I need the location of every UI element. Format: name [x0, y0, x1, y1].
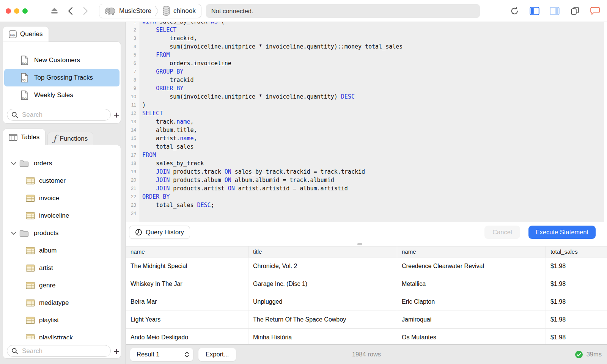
- table-grid-icon: [26, 299, 35, 307]
- line-number: 14: [126, 126, 140, 134]
- forward-button[interactable]: [80, 6, 91, 16]
- code-line: 18 sales_by_track: [126, 159, 604, 168]
- tree-table-item[interactable]: customer: [3, 172, 121, 190]
- tab-overview-button[interactable]: [569, 6, 580, 16]
- tree-table-item[interactable]: playlist: [3, 312, 121, 329]
- search-icon: [11, 111, 18, 118]
- table-item-label: invoice: [39, 195, 59, 202]
- tree-folder-row[interactable]: products: [3, 224, 121, 242]
- export-button[interactable]: Export...: [198, 348, 236, 361]
- tree-table-item[interactable]: mediatype: [3, 294, 121, 312]
- result-cell[interactable]: The Return Of The Space Cowboy: [248, 311, 397, 328]
- table-row[interactable]: Light YearsThe Return Of The Space Cowbo…: [126, 311, 607, 329]
- line-number: 20: [126, 176, 140, 184]
- code-text: trackid,: [140, 34, 197, 42]
- result-cell[interactable]: $1.98: [546, 293, 607, 311]
- tree-table-item[interactable]: genre: [3, 277, 121, 294]
- column-header[interactable]: title: [248, 246, 397, 257]
- result-cell[interactable]: $1.98: [546, 275, 607, 293]
- add-query-button[interactable]: +: [111, 109, 122, 121]
- result-cell[interactable]: Jamiroquai: [397, 311, 546, 328]
- tree-table-item[interactable]: album: [3, 242, 121, 259]
- row-count: 1984 rows: [352, 351, 381, 358]
- breadcrumb: MusicStore chinook: [99, 4, 201, 18]
- result-cell[interactable]: Metallica: [397, 275, 546, 293]
- result-cell[interactable]: Chronicle, Vol. 2: [248, 257, 397, 275]
- splitter[interactable]: [126, 242, 607, 246]
- column-header[interactable]: name: [397, 246, 546, 257]
- code-text: sales_by_track: [140, 159, 204, 168]
- code-line: 12 SELECT: [126, 109, 604, 118]
- result-cell[interactable]: Creedence Clearwater Revival: [397, 257, 546, 275]
- code-text: GROUP BY: [140, 67, 183, 76]
- execute-statement-button[interactable]: Execute Statement: [528, 226, 596, 239]
- toggle-left-sidebar-button[interactable]: [529, 6, 540, 16]
- code-text: [140, 209, 142, 218]
- feedback-button[interactable]: [590, 6, 600, 16]
- result-cell[interactable]: Beira Mar: [126, 293, 248, 311]
- queries-tab[interactable]: SQL Queries: [3, 27, 49, 42]
- query-list-item[interactable]: SQL Top Grossing Tracks: [4, 69, 120, 86]
- query-list-item[interactable]: SQL Weekly Sales: [3, 86, 121, 104]
- add-table-button[interactable]: +: [111, 345, 121, 357]
- column-header[interactable]: name: [126, 246, 248, 257]
- editor-scrollbar-track[interactable]: [604, 22, 607, 222]
- tree-table-item[interactable]: invoice: [3, 190, 121, 207]
- tables-search-input[interactable]: [21, 347, 107, 355]
- table-row[interactable]: Beira MarUnpluggedEric Clapton$1.98: [126, 293, 607, 311]
- result-cell[interactable]: Os Mutantes: [397, 329, 546, 344]
- result-cell[interactable]: The Midnight Special: [126, 257, 248, 275]
- result-cell[interactable]: Unplugged: [248, 293, 397, 311]
- result-cell[interactable]: Eric Clapton: [397, 293, 546, 311]
- splitter-handle-icon[interactable]: [357, 243, 362, 245]
- table-row[interactable]: Ando Meio DesligadoMinha HistóriaOs Muta…: [126, 329, 607, 344]
- query-list-item[interactable]: SQL New Customers: [3, 52, 121, 69]
- table-row[interactable]: The Midnight SpecialChronicle, Vol. 2Cre…: [126, 257, 607, 275]
- window-copy-icon: [571, 7, 579, 15]
- queries-tab-label: Queries: [20, 30, 43, 38]
- folder-label: orders: [34, 160, 52, 167]
- query-history-button[interactable]: Query History: [129, 226, 190, 239]
- svg-text:SQL: SQL: [22, 79, 27, 82]
- tree-table-item[interactable]: artist: [3, 259, 121, 277]
- result-cell[interactable]: $1.98: [546, 311, 607, 328]
- line-number: 24: [126, 209, 140, 218]
- result-cell[interactable]: Light Years: [126, 311, 248, 328]
- refresh-button[interactable]: [509, 6, 520, 16]
- back-button[interactable]: [65, 6, 75, 16]
- code-line: 17 FROM: [126, 151, 604, 159]
- result-cell[interactable]: Minha História: [248, 329, 397, 344]
- eject-button[interactable]: [49, 6, 60, 16]
- export-button-label: Export...: [206, 351, 229, 358]
- result-cell[interactable]: Whiskey In The Jar: [126, 275, 248, 293]
- result-cell[interactable]: $1.98: [546, 329, 607, 344]
- column-header[interactable]: total_sales: [546, 246, 607, 257]
- result-cell[interactable]: $1.98: [546, 257, 607, 275]
- sql-editor[interactable]: 1 WITH sales_by_track AS ( 2 SELECT 3 tr…: [126, 22, 607, 222]
- zoom-button[interactable]: [22, 8, 28, 14]
- tree-folder-row[interactable]: orders: [3, 155, 121, 172]
- chevron-left-icon: [68, 7, 73, 15]
- toggle-right-sidebar-button[interactable]: [549, 6, 560, 16]
- code-text: JOIN products.album ON album.albumid = t…: [140, 176, 334, 184]
- tables-tab[interactable]: Tables: [3, 129, 45, 145]
- queries-search-input[interactable]: [21, 111, 107, 119]
- svg-text:SQL: SQL: [22, 61, 27, 64]
- result-cell[interactable]: Garage Inc. (Disc 1): [248, 275, 397, 293]
- result-cell[interactable]: Ando Meio Desligado: [126, 329, 248, 344]
- functions-tab[interactable]: ƒ Functions: [47, 132, 93, 145]
- minimize-button[interactable]: [14, 8, 19, 14]
- breadcrumb-server[interactable]: MusicStore: [105, 6, 151, 16]
- result-selector[interactable]: Result 1: [130, 348, 193, 361]
- cancel-button[interactable]: Cancel: [484, 226, 520, 239]
- query-duration: 39ms: [587, 351, 602, 358]
- code-line: 6 orders.invoiceline: [126, 59, 604, 67]
- code-line: 23 total_sales DESC;: [126, 201, 604, 209]
- table-item-label: mediatype: [39, 299, 69, 307]
- breadcrumb-database-label: chinook: [173, 7, 196, 15]
- breadcrumb-database[interactable]: chinook: [162, 6, 196, 16]
- close-button[interactable]: [6, 8, 11, 14]
- code-line: 16 total_sales: [126, 143, 604, 151]
- tree-table-item[interactable]: invoiceline: [3, 207, 121, 224]
- table-row[interactable]: Whiskey In The JarGarage Inc. (Disc 1)Me…: [126, 275, 607, 293]
